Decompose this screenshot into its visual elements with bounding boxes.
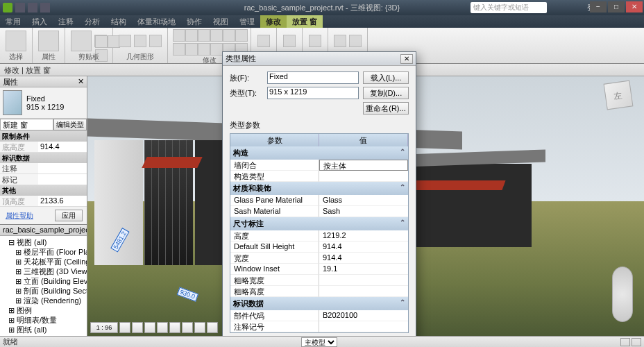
cat-iddata2[interactable]: 标识数据 <box>233 298 264 309</box>
tree-node[interactable]: ⊞ 天花板平面 (Ceiling Plan) <box>1 257 85 266</box>
collapse-icon[interactable]: ⌃ <box>400 148 405 158</box>
tab-annotate[interactable]: 注释 <box>53 15 79 28</box>
mirror-icon[interactable] <box>223 29 235 42</box>
tab-massing[interactable]: 体量和场地 <box>132 15 181 28</box>
pin-icon[interactable] <box>210 43 223 56</box>
tab-insert[interactable]: 插入 <box>26 15 53 28</box>
tree-node[interactable]: ⊞ 图例 <box>1 305 85 315</box>
assy-value[interactable]: B2020100 <box>319 310 408 321</box>
workset-select[interactable]: 主模型 <box>301 337 337 347</box>
tab-placewindow[interactable]: 放置 窗 <box>287 15 323 28</box>
type-name[interactable]: 915 x 1219 <box>26 103 64 111</box>
dialog-close-button[interactable]: ✕ <box>400 54 413 64</box>
create-icon[interactable] <box>309 35 321 47</box>
cat-iddata[interactable]: 标识数据 <box>0 153 87 163</box>
qat-save-icon[interactable] <box>15 3 25 12</box>
cat-constraints[interactable]: 限制条件 <box>0 131 87 142</box>
tab-collab[interactable]: 协作 <box>181 15 207 28</box>
glassmat-value[interactable]: Glass <box>319 195 408 206</box>
hide-icon[interactable] <box>207 322 218 333</box>
properties-icon[interactable] <box>38 31 59 51</box>
tab-home[interactable]: 常用 <box>0 15 26 28</box>
geo-cut-icon[interactable] <box>119 35 131 47</box>
measure-icon[interactable] <box>283 35 296 47</box>
crop-icon[interactable] <box>169 322 180 333</box>
move-icon[interactable] <box>173 29 185 42</box>
mark-value[interactable] <box>38 174 87 185</box>
minimize-button[interactable]: − <box>590 1 607 12</box>
array-icon[interactable] <box>235 29 248 42</box>
tab-manage[interactable]: 管理 <box>234 15 260 28</box>
consttype-value[interactable] <box>319 171 408 182</box>
visual-icon[interactable] <box>132 322 143 333</box>
collapse-icon[interactable]: ⌃ <box>400 219 405 229</box>
app-menu-icon[interactable] <box>3 3 12 12</box>
inplace-icon[interactable] <box>349 35 362 47</box>
offset-icon[interactable] <box>185 43 198 56</box>
tree-node[interactable]: ⊞ 立面 (Building Elevation) <box>1 276 85 286</box>
rename-button[interactable]: 重命名(R)... <box>363 102 409 115</box>
headheight-value[interactable]: 2133.6 <box>38 196 87 206</box>
cut-icon[interactable] <box>95 35 108 48</box>
align-icon[interactable] <box>173 43 185 56</box>
tab-modify[interactable]: 修改 <box>260 15 287 28</box>
props-help-link[interactable]: 属性帮助 <box>3 210 36 222</box>
sillheight-value[interactable]: 914.4 <box>38 142 87 152</box>
geo-misc-icon[interactable] <box>149 35 162 47</box>
trim-icon[interactable] <box>210 29 223 42</box>
family-select[interactable]: Fixed <box>267 71 359 84</box>
sill-value[interactable]: 914.4 <box>319 242 408 253</box>
keynote-value[interactable] <box>319 321 408 332</box>
collapse-icon[interactable]: ⌃ <box>400 183 405 194</box>
width-value[interactable]: 914.4 <box>319 253 408 264</box>
nav-wheel[interactable] <box>612 266 633 322</box>
detail-icon[interactable] <box>119 322 130 333</box>
status-icon[interactable] <box>632 338 641 346</box>
props-close-icon[interactable]: ✕ <box>78 77 84 86</box>
crop2-icon[interactable] <box>182 322 193 333</box>
tree-node[interactable]: ⊞ 剖面 (Building Section) <box>1 286 85 296</box>
maximize-button[interactable]: □ <box>608 1 625 12</box>
edit-type-button[interactable]: 编辑类型 <box>53 119 87 130</box>
collapse-icon[interactable]: ⌃ <box>400 298 405 309</box>
cat-construction[interactable]: 构造 <box>233 148 248 158</box>
tree-node[interactable]: ⊞ 明细表/数量 <box>1 315 85 325</box>
view-cube[interactable] <box>604 81 634 110</box>
close-button[interactable]: ✕ <box>626 1 643 12</box>
cat-other[interactable]: 其他 <box>0 185 87 196</box>
sun-icon[interactable] <box>144 322 155 333</box>
tab-analyze[interactable]: 分析 <box>79 15 105 28</box>
rheight-value[interactable] <box>319 286 408 297</box>
geo-join-icon[interactable] <box>134 35 146 47</box>
rotate-icon[interactable] <box>198 29 210 42</box>
paste-icon[interactable] <box>71 31 92 51</box>
load-icon[interactable] <box>334 35 346 47</box>
tree-node[interactable]: ⊞ 三维视图 (3D View) <box>1 266 85 276</box>
type-select[interactable]: 915 x 1219 <box>267 87 359 99</box>
rwidth-value[interactable] <box>319 275 408 286</box>
copy2-icon[interactable] <box>185 29 198 42</box>
props-apply-button[interactable]: 应用 <box>55 210 83 221</box>
selector-combo[interactable]: 新建 窗 <box>0 119 53 130</box>
lock-icon[interactable] <box>194 322 205 333</box>
tree-node[interactable]: ⊞ 图纸 (all) <box>1 325 85 335</box>
shadow-icon[interactable] <box>157 322 168 333</box>
scale-button[interactable]: 1 : 96 <box>90 322 118 333</box>
tree-node[interactable]: ⊟ 视图 (all) <box>1 237 85 247</box>
qat-undo-icon[interactable] <box>28 3 37 12</box>
tab-structure[interactable]: 结构 <box>105 15 132 28</box>
height-value[interactable]: 1219.2 <box>319 230 408 242</box>
wallwrap-value[interactable]: 按主体 <box>319 160 408 171</box>
cat-materials[interactable]: 材质和装饰 <box>233 183 271 194</box>
comment-value[interactable] <box>38 163 87 174</box>
help-search-input[interactable]: 键入关键字或短语 <box>471 2 547 13</box>
cat-dims[interactable]: 尺寸标注 <box>233 219 264 229</box>
tree-node[interactable]: ⊞ 渲染 (Rendering) <box>1 296 85 305</box>
view-icon[interactable] <box>257 35 270 47</box>
inset-value[interactable]: 19.1 <box>319 264 408 275</box>
tab-view[interactable]: 视图 <box>207 15 234 28</box>
family-name[interactable]: Fixed <box>26 94 64 103</box>
qat-redo-icon[interactable] <box>40 3 50 12</box>
duplicate-button[interactable]: 复制(D)... <box>363 87 409 99</box>
filter-icon[interactable] <box>620 338 630 346</box>
